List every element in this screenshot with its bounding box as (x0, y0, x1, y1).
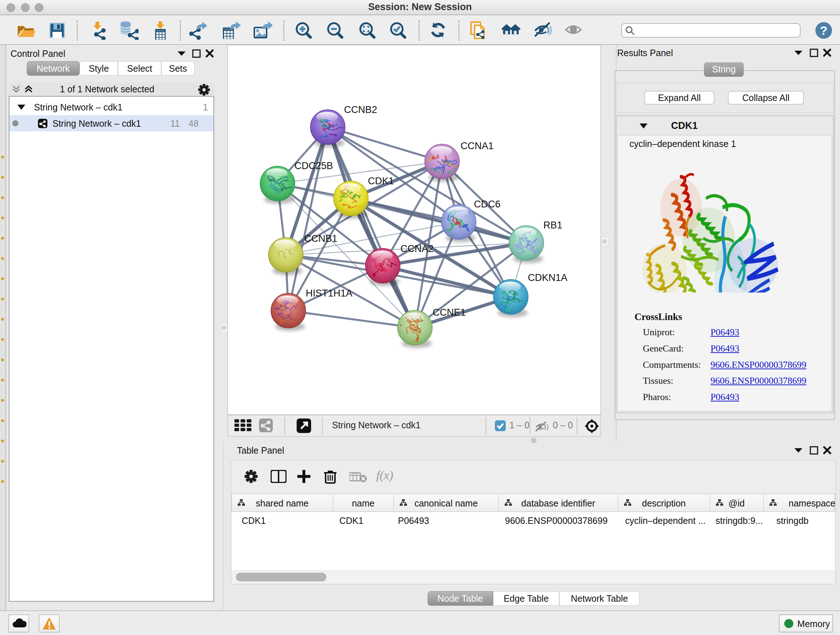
svg-text:CDC25B: CDC25B (294, 160, 333, 171)
svg-text:CDC6: CDC6 (474, 199, 501, 210)
svg-text:CCNB1: CCNB1 (304, 233, 338, 244)
svg-text:CCNA1: CCNA1 (461, 141, 494, 151)
svg-text:HIST1H1A: HIST1H1A (306, 288, 352, 299)
svg-text:RB1: RB1 (543, 220, 562, 231)
svg-text:CCNB2: CCNB2 (344, 104, 377, 115)
svg-text:CDK1: CDK1 (368, 176, 394, 187)
svg-text:CCNA2: CCNA2 (401, 243, 434, 254)
svg-text:CCNE1: CCNE1 (433, 307, 466, 318)
svg-text:CDKN1A: CDKN1A (528, 272, 568, 283)
